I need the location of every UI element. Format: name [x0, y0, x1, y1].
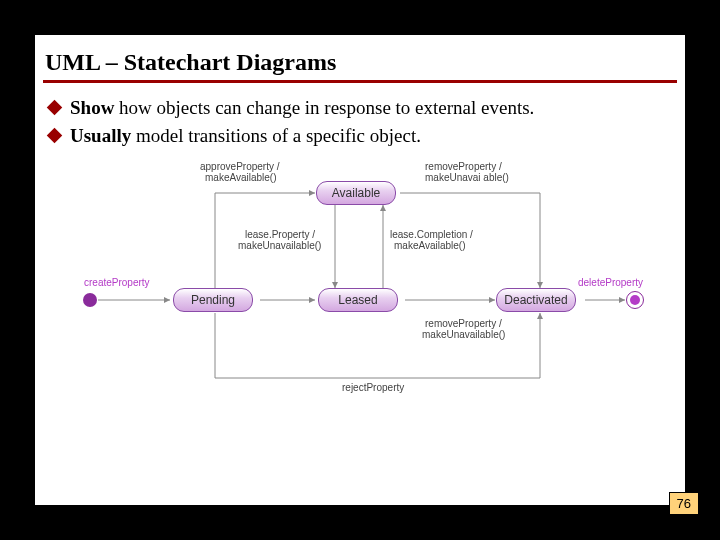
- bullet-2-lead: Usually: [70, 125, 131, 146]
- label-create: createProperty: [84, 277, 150, 288]
- state-available: Available: [316, 181, 396, 205]
- label-reject: rejectProperty: [342, 382, 404, 393]
- diamond-icon: [47, 128, 63, 144]
- bullet-2: Usually model transitions of a specific …: [49, 125, 671, 147]
- statechart-diagram: Available Pending Leased Deactivated cre…: [70, 153, 650, 403]
- label-delete: deleteProperty: [578, 277, 643, 288]
- slide-title: UML – Statechart Diagrams: [35, 35, 685, 80]
- bullet-list: Show how objects can change in response …: [35, 83, 685, 147]
- footer-text: Pearson Education © 2009: [35, 515, 685, 527]
- label-approve-1: approveProperty /: [200, 161, 280, 172]
- label-remove-mid-2: makeUnavailable(): [422, 329, 505, 340]
- state-leased: Leased: [318, 288, 398, 312]
- label-remove-top-1: removeProperty /: [425, 161, 502, 172]
- label-remove-top-2: makeUnavai able(): [425, 172, 509, 183]
- label-lease-comp-1: lease.Completion /: [390, 229, 473, 240]
- label-lease-prop-1: lease.Property /: [245, 229, 315, 240]
- diamond-icon: [47, 100, 63, 116]
- bullet-1: Show how objects can change in response …: [49, 97, 671, 119]
- label-remove-mid-1: removeProperty /: [425, 318, 502, 329]
- state-pending: Pending: [173, 288, 253, 312]
- label-approve-2: makeAvailable(): [205, 172, 277, 183]
- initial-state-icon: [83, 293, 97, 307]
- label-lease-prop-2: makeUnavailable(): [238, 240, 321, 251]
- label-lease-comp-2: makeAvailable(): [394, 240, 466, 251]
- bullet-1-text: how objects can change in response to ex…: [114, 97, 534, 118]
- bullet-2-text: model transitions of a specific object.: [131, 125, 421, 146]
- state-deactivated: Deactivated: [496, 288, 576, 312]
- slide: UML – Statechart Diagrams Show how objec…: [35, 35, 685, 505]
- final-state-icon: [626, 291, 644, 309]
- bullet-1-lead: Show: [70, 97, 114, 118]
- page-number: 76: [669, 492, 699, 515]
